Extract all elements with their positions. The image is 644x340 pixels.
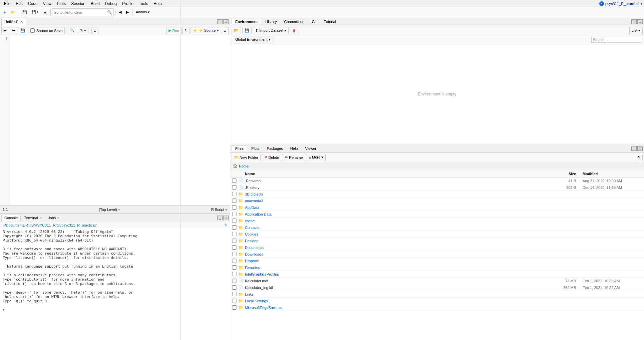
clear-env-button[interactable]: 🗑 [290, 27, 298, 34]
forward-button[interactable]: ▶ [124, 8, 131, 16]
file-checkbox[interactable] [232, 239, 237, 243]
file-name[interactable]: Dropbox [245, 259, 549, 263]
source-button[interactable]: ⚡ ⚡ Source ▾ [191, 27, 221, 34]
file-name[interactable]: cache [245, 219, 549, 223]
file-checkbox[interactable] [232, 199, 237, 203]
file-checkbox[interactable] [232, 265, 237, 270]
file-checkbox[interactable] [232, 232, 237, 236]
env-maximize-btn[interactable]: □ [637, 19, 643, 24]
file-checkbox[interactable] [232, 299, 237, 303]
file-checkbox[interactable] [232, 279, 237, 283]
global-env-dropdown[interactable]: Global Environment ▾ [233, 36, 273, 43]
file-checkbox[interactable] [232, 212, 237, 216]
file-name[interactable]: anaconda3 [245, 199, 549, 203]
undo-button[interactable]: ↩ [1, 27, 9, 34]
tab-viewer[interactable]: Viewer [302, 146, 319, 151]
open-file-button[interactable]: 📁 [9, 8, 17, 16]
import-dataset-button[interactable]: ⬆ Import Dataset ▾ [253, 27, 289, 34]
menu-item-build[interactable]: Build [88, 1, 102, 7]
re-run-button[interactable]: ↻ [182, 27, 190, 34]
file-checkbox[interactable] [232, 305, 237, 310]
tab-git[interactable]: Git [309, 19, 320, 24]
run-button[interactable]: ▶ Run [166, 27, 181, 34]
print-button[interactable]: 🖨 [41, 8, 49, 16]
env-search-input[interactable] [591, 37, 641, 43]
new-folder-button[interactable]: 📁 New Folder [232, 154, 261, 161]
file-checkbox[interactable] [232, 185, 237, 190]
file-name[interactable]: 3D Objects [245, 192, 549, 196]
file-name[interactable]: Documents [245, 246, 549, 250]
source-on-save-button[interactable]: Source on Save [28, 27, 65, 34]
file-name[interactable]: MicrosoftEdgeBackups [245, 306, 549, 310]
load-workspace-button[interactable]: 📂 [232, 27, 241, 34]
save-button[interactable]: 💾 [20, 8, 29, 16]
file-name[interactable]: Contacts [245, 226, 549, 230]
file-checkbox[interactable] [232, 205, 237, 210]
file-name[interactable]: Local Settings [245, 299, 549, 303]
files-minimize-btn[interactable]: _ [631, 146, 637, 151]
console-minimize-btn[interactable]: _ [217, 216, 223, 220]
menu-item-code[interactable]: Code [25, 1, 40, 7]
editor-tab-close[interactable]: ✕ [20, 20, 23, 24]
file-name[interactable]: Links [245, 292, 549, 296]
file-checkbox[interactable] [232, 285, 237, 290]
source-on-save-checkbox[interactable] [30, 28, 35, 33]
editor-tab-untitled1[interactable]: Untitled1 ✕ [1, 18, 26, 26]
file-name[interactable]: Downloads [245, 252, 549, 256]
breadcrumb-home[interactable]: Home [239, 164, 249, 168]
menu-item-edit[interactable]: Edit [13, 1, 25, 7]
list-view-label[interactable]: List ▾ [629, 27, 643, 34]
file-checkbox[interactable] [232, 259, 237, 263]
files-refresh-button[interactable]: ↻ [635, 154, 643, 161]
tab-tutorial[interactable]: Tutorial [321, 19, 339, 24]
save-workspace-button[interactable]: 💾 [242, 27, 252, 34]
save-doc-button[interactable]: 💾 [18, 27, 27, 34]
file-name[interactable]: Cookies [245, 232, 549, 236]
menu-item-help[interactable]: Help [151, 1, 165, 7]
redo-button[interactable]: ↪ [10, 27, 17, 34]
env-minimize-btn[interactable]: _ [631, 19, 637, 24]
code-area[interactable] [10, 35, 230, 205]
goto-input-field[interactable] [54, 10, 107, 14]
tab-environment[interactable]: Environment [232, 19, 261, 24]
console-output[interactable]: R version 4.0.2 (2020-06-22) -- "Taking … [0, 228, 230, 340]
file-checkbox[interactable] [232, 292, 237, 296]
file-name[interactable]: IntelGraphicsProfiles [245, 272, 549, 276]
new-script-button[interactable]: + [1, 8, 8, 16]
menu-item-plots[interactable]: Plots [54, 1, 69, 7]
console-edit-icon[interactable]: ✎ [224, 223, 227, 227]
menu-item-view[interactable]: View [40, 1, 54, 7]
code-tools-button[interactable]: ✎ ▾ [78, 27, 88, 34]
files-maximize-btn[interactable]: □ [637, 146, 643, 151]
file-checkbox[interactable] [232, 219, 237, 223]
file-checkbox[interactable] [232, 179, 237, 183]
file-checkbox[interactable] [232, 245, 237, 250]
jobs-close-icon[interactable]: ✕ [57, 216, 60, 220]
goto-function-input[interactable]: 🔍 [52, 8, 114, 16]
back-button[interactable]: ◀ [117, 8, 123, 16]
editor-maximize-btn[interactable]: □ [223, 19, 229, 24]
tab-history[interactable]: History [262, 19, 280, 24]
rename-button[interactable]: ✏ Rename [283, 154, 305, 161]
file-checkbox[interactable] [232, 252, 237, 256]
project-indicator[interactable]: R psyc311_R_practical ▾ [599, 1, 643, 6]
menu-item-tools[interactable]: Tools [136, 1, 151, 7]
file-checkbox[interactable] [232, 225, 237, 230]
file-name[interactable]: Application Data [245, 212, 549, 216]
addins-button[interactable]: Addins ▾ [134, 8, 152, 16]
tab-packages[interactable]: Packages [264, 146, 286, 151]
console-maximize-btn[interactable]: □ [223, 216, 229, 220]
file-checkbox[interactable] [232, 272, 237, 276]
tab-jobs[interactable]: Jobs ✕ [45, 215, 62, 221]
find-button[interactable]: 🔍 [68, 27, 77, 34]
menu-item-profile[interactable]: Profile [119, 1, 136, 7]
file-checkbox[interactable] [232, 192, 237, 196]
delete-button[interactable]: ✕ Delete [262, 154, 281, 161]
tab-help[interactable]: Help [287, 146, 301, 151]
menu-item-debug[interactable]: Debug [102, 1, 119, 7]
file-name[interactable]: Desktop [245, 239, 549, 243]
editor-more-btn[interactable]: ≡ [222, 27, 229, 34]
compile-button[interactable]: ≡ [91, 27, 98, 34]
file-name[interactable]: AppData [245, 206, 549, 210]
menu-item-file[interactable]: File [1, 1, 13, 7]
